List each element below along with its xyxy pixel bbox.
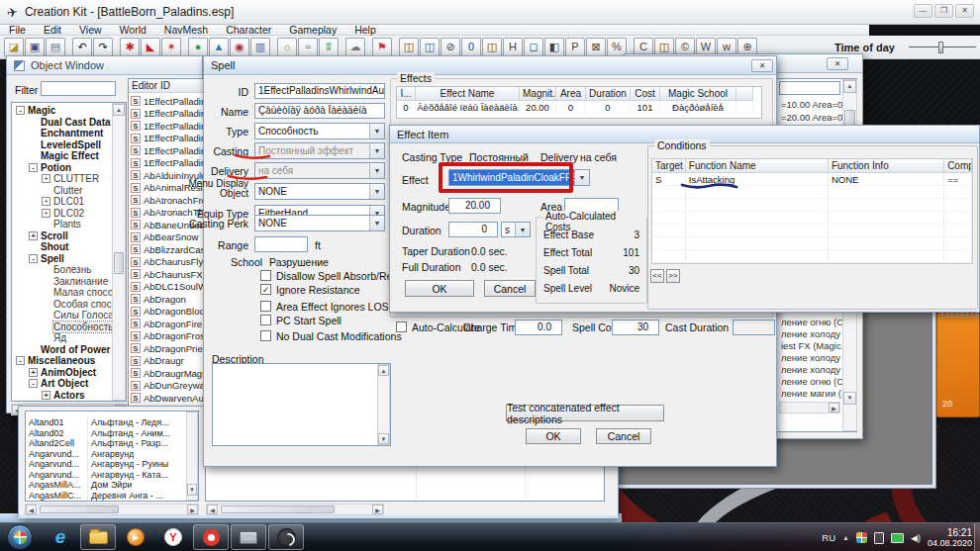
editor-id-row[interactable]: SAbBearSnow xyxy=(129,231,204,244)
tree-item[interactable]: Заклинание xyxy=(12,276,126,288)
cell-row[interactable]: Angarvund...Ангарвунд xyxy=(26,449,198,460)
taskbar-item-media-player[interactable]: ▶ xyxy=(118,524,153,550)
type-dropdown[interactable]: Способность▼ xyxy=(254,123,385,139)
menu-item[interactable]: Character xyxy=(217,25,280,36)
toolbar-button-havok[interactable]: ◉ xyxy=(230,38,249,56)
toolbar-button-snap-rotate[interactable]: ✶ xyxy=(161,38,181,56)
menu-item[interactable]: World xyxy=(111,25,155,36)
scroll-up-icon[interactable]: ▲ xyxy=(843,80,856,93)
tree-item[interactable]: Малая способн xyxy=(12,287,126,299)
tree-item[interactable]: Способность xyxy=(12,321,126,333)
toolbar-button-box-half[interactable]: ◧ xyxy=(544,38,564,56)
minimize-button[interactable]: — xyxy=(914,4,932,18)
scrollbar-thumb[interactable] xyxy=(114,252,124,274)
editor-id-row[interactable]: SAbChaurusFX xyxy=(129,268,204,281)
tree-expand-icon[interactable]: - xyxy=(29,379,38,388)
cell-list-hscrollbar[interactable]: ◀ ▶ xyxy=(25,504,199,515)
scroll-right-icon[interactable]: ▶ xyxy=(372,505,383,514)
menu-item[interactable]: Help xyxy=(345,25,385,36)
toolbar-button-dialogue[interactable]: ☁ xyxy=(345,38,365,56)
scroll-left-icon[interactable]: ◀ xyxy=(26,505,37,514)
conditions-column-header[interactable]: Target xyxy=(652,159,686,173)
conditions-column-header[interactable]: Comp xyxy=(944,159,972,173)
auto-calculate-checkbox[interactable] xyxy=(396,321,407,332)
toolbar-button-preferences[interactable]: ▤ xyxy=(46,38,65,56)
id-input[interactable]: 1EffectPalladinsWhirlwindAura xyxy=(254,83,385,99)
tree-item[interactable]: -Magic xyxy=(12,105,126,117)
editor-id-row[interactable]: S1EffectPalladinsW xyxy=(129,144,204,157)
tree-item[interactable]: Clutter xyxy=(12,185,126,197)
taskbar-item-creation-kit[interactable] xyxy=(268,524,304,550)
effects-table-row[interactable]: 0Âèõðåâîé ïëàù Ïàëàäèíà20.0000101Ðàçðóøå… xyxy=(397,101,761,114)
cell-row[interactable]: Angarvund...Ангарвунд - Ката... xyxy=(26,470,198,481)
tree-item[interactable]: Plants xyxy=(12,219,126,230)
toolbar-button-lights[interactable]: ☼ xyxy=(277,38,297,56)
effect-dropdown[interactable]: 1WhirlwindPaladinCloakFFSelf▼ xyxy=(448,169,590,186)
toolbar-button-snap-to-grid[interactable]: ✱ xyxy=(120,38,140,56)
toolbar-button-landscape-edit[interactable]: ▲ xyxy=(209,38,229,56)
menu-item[interactable]: View xyxy=(70,25,111,36)
toolbar-button-cube-1[interactable]: ◫ xyxy=(399,38,419,56)
effects-table[interactable]: I...Effect NameMagnit...AreaDurationCost… xyxy=(396,86,762,119)
toolbar-button-animation[interactable]: ▥ xyxy=(250,38,270,56)
spell-cost-input[interactable]: 30 xyxy=(612,320,659,335)
editor-id-row[interactable]: SAbDraugrMagic xyxy=(129,367,204,380)
conditions-column-header[interactable]: Function Info xyxy=(829,159,944,173)
tree-expand-icon[interactable]: + xyxy=(29,368,38,377)
tree-item[interactable]: +Actors xyxy=(12,390,126,402)
editor-id-row[interactable]: SAbDragonPriest xyxy=(129,342,204,355)
conditions-table[interactable]: TargetFunction NameFunction InfoComp SIs… xyxy=(651,158,973,264)
condition-row[interactable]: SIsAttackingNONE== xyxy=(652,173,972,186)
toolbar-button-zero[interactable]: 0 xyxy=(461,38,481,56)
tree-item[interactable]: +DLC01 xyxy=(12,196,126,208)
editor-id-row[interactable]: SAbBlizzardCastBod xyxy=(129,243,204,256)
menu-item[interactable]: Gameplay xyxy=(280,25,345,36)
tree-item[interactable]: Особая способн xyxy=(12,299,126,311)
background-filter-input[interactable] xyxy=(779,81,840,95)
toolbar-button-open-folder[interactable]: ◪ xyxy=(4,38,24,56)
tree-item[interactable]: Dual Cast Data xyxy=(12,117,126,129)
editor-id-row[interactable]: SAbDraugr xyxy=(129,355,204,368)
editor-id-row[interactable]: SAbChaurusFlyerFX xyxy=(129,256,204,269)
tree-item[interactable]: +CLUTTER xyxy=(12,173,126,185)
scroll-down-icon[interactable]: ▼ xyxy=(187,484,197,496)
tree-item[interactable]: Силы Голоса xyxy=(12,310,126,321)
tree-item[interactable]: -Spell xyxy=(12,253,126,265)
description-textarea[interactable]: ▲ ▼ xyxy=(212,363,391,446)
spell-checkbox[interactable] xyxy=(260,270,271,281)
effects-column-header[interactable]: Cost xyxy=(631,87,660,101)
cell-row[interactable]: Altand01Альфтанд - Ледя... xyxy=(26,417,198,428)
effects-column-header[interactable]: Area xyxy=(556,87,586,101)
scroll-right-icon[interactable]: ▶ xyxy=(829,403,839,413)
editor-id-row[interactable]: SAbDwarvenAutoma xyxy=(129,392,204,405)
effects-column-header[interactable]: Duration xyxy=(586,87,631,101)
menu-item[interactable]: File xyxy=(0,25,35,36)
scroll-up-icon[interactable]: ▲ xyxy=(378,365,389,376)
cell-row[interactable]: Angarvund...Ангарвунд - Руины xyxy=(26,459,198,470)
toolbar-button-box[interactable]: ◻ xyxy=(524,38,543,56)
effects-column-header[interactable]: Magic School xyxy=(660,87,736,101)
show-desktop-button[interactable] xyxy=(974,523,980,551)
spell-dialog-titlebar[interactable]: Spell xyxy=(204,56,776,75)
tree-item[interactable]: Magic Effect xyxy=(12,150,126,162)
taskbar-item-display[interactable] xyxy=(231,524,266,550)
test-descriptions-button[interactable]: Test concatenated effect descriptions xyxy=(506,405,664,421)
editor-id-row[interactable]: S1EffectPalladinsWh xyxy=(129,157,204,170)
close-icon[interactable]: ✕ xyxy=(751,59,773,72)
sticky-note-gadget[interactable]: 20 xyxy=(936,313,980,417)
editor-id-row[interactable]: SAbDunGreywaterG xyxy=(129,380,204,393)
editor-id-row[interactable]: SAbDragonFire xyxy=(129,318,204,330)
toolbar-button-grass[interactable]: ʬ xyxy=(319,38,339,56)
tree-expand-icon[interactable]: + xyxy=(42,174,50,183)
toolbar-button-save[interactable]: ▣ xyxy=(25,38,45,56)
tray-clock[interactable]: 16:21 04.08.2020 xyxy=(928,527,972,549)
toolbar-button-sky[interactable]: ≈ xyxy=(298,38,318,56)
toolbar-button-letter-h[interactable]: H xyxy=(503,38,523,56)
tree-item[interactable]: Word of Power xyxy=(12,344,126,356)
taskbar-item-internet-explorer[interactable]: e xyxy=(43,524,78,550)
name-input[interactable]: Çàùèòíàÿ àóðà Ïàëàäèíà xyxy=(254,103,385,119)
time-of-day-slider-thumb[interactable] xyxy=(938,42,943,53)
cell-object-hscrollbar[interactable]: ◀ ▶ xyxy=(206,504,384,515)
filter-input[interactable] xyxy=(41,81,116,96)
charge-time-input[interactable]: 0.0 xyxy=(515,320,562,335)
